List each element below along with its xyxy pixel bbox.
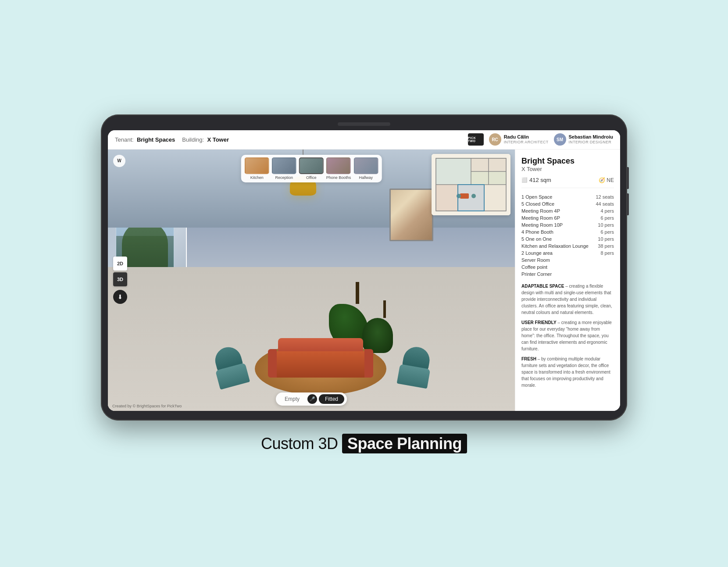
info-panel: Bright Spaces X Tower ⬜ 412 sqm 🧭 NE 1 O… — [515, 150, 620, 411]
space-name: Server Room — [521, 257, 614, 263]
svg-rect-5 — [471, 171, 489, 185]
space-row: 4 Phone Booth6 pers — [521, 228, 614, 235]
room-tab-phone-booths[interactable]: Phone Booths — [326, 157, 351, 180]
tenant-name: Bright Spaces — [137, 136, 175, 143]
space-count: 44 seats — [596, 201, 614, 207]
info-direction: 🧭 NE — [599, 177, 614, 183]
side-button-top — [627, 167, 629, 189]
user-badge-2: SM Sebastian Mindroiu Interior Designer — [554, 133, 613, 146]
room-tab-hallway[interactable]: Hallway — [353, 157, 378, 180]
svg-rect-3 — [471, 158, 489, 171]
nav-3d-button[interactable]: 3D — [113, 272, 127, 286]
chair-right — [393, 348, 438, 389]
description-paragraph: FRESH – by combining multiple modular fu… — [521, 356, 614, 389]
building-label: Building: X Tower — [182, 136, 229, 143]
space-count: 10 pers — [598, 222, 614, 228]
watermark-text: Created by © BrightSpaces for PickTwo — [112, 404, 182, 408]
compass: W — [113, 155, 125, 167]
info-sqm: ⬜ 412 sqm — [521, 177, 551, 183]
space-count: 6 pers — [600, 229, 614, 235]
svg-rect-2 — [436, 158, 471, 185]
space-count: 6 pers — [600, 215, 614, 221]
space-row: Meeting Room 6P6 pers — [521, 214, 614, 221]
space-row: 5 One on One10 pers — [521, 235, 614, 242]
space-name: 4 Phone Booth — [521, 229, 600, 235]
space-row: Meeting Room 10P10 pers — [521, 221, 614, 228]
room-nav-bar: Kitchen Reception Office Phone Boot — [241, 155, 382, 182]
space-row: Kitchen and Relaxation Lounge38 pers — [521, 242, 614, 250]
nav-2d-button[interactable]: 2D — [113, 257, 127, 271]
description-paragraph: USER FRIENDLY – creating a more enjoyabl… — [521, 319, 614, 352]
tablet-device: Tenant: Bright Spaces Building: X Tower … — [101, 114, 627, 421]
download-icon[interactable]: ⬇ — [113, 290, 127, 304]
spaces-table: 1 Open Space12 seats5 Closed Office44 se… — [521, 193, 614, 278]
space-name: Printer Corner — [521, 271, 614, 277]
svg-rect-7 — [436, 185, 458, 211]
sofa-main — [272, 338, 369, 378]
space-row: Coffee point — [521, 264, 614, 271]
toggle-icon: 🎤 — [307, 394, 317, 404]
space-name: 5 Closed Office — [521, 201, 596, 207]
tagline-prefix: Custom 3D — [261, 435, 338, 453]
view-panel: Kitchen Reception Office Phone Boot — [108, 150, 515, 411]
nav-controls: 2D 3D ⬇ — [113, 257, 127, 304]
building-name: X Tower — [207, 136, 229, 143]
space-name: Meeting Room 6P — [521, 215, 600, 221]
room-tab-office[interactable]: Office — [299, 157, 324, 180]
room-tab-kitchen[interactable]: Kitchen — [245, 157, 269, 180]
space-row: Server Room — [521, 257, 614, 264]
toggle-divider: 🎤 — [307, 394, 317, 404]
user-badge-1: RC Radu Călin Interior Architect — [489, 133, 549, 146]
topbar-right: PICK TWO RC Radu Călin Interior Architec… — [468, 133, 613, 146]
svg-point-12 — [471, 194, 476, 198]
space-name: 1 Open Space — [521, 194, 596, 200]
tablet-screen: Tenant: Bright Spaces Building: X Tower … — [108, 130, 620, 411]
space-row: Meeting Room 4P4 pers — [521, 207, 614, 214]
space-count: 4 pers — [600, 208, 614, 214]
info-meta: ⬜ 412 sqm 🧭 NE — [521, 177, 614, 188]
tagline-section: Custom 3D Space Planning — [261, 435, 467, 453]
space-count: 12 seats — [596, 194, 614, 200]
user-info-1: Radu Călin Interior Architect — [504, 134, 549, 145]
plant-left — [376, 300, 393, 353]
svg-rect-9 — [484, 185, 506, 211]
tenant-label: Tenant: Bright Spaces — [115, 136, 175, 143]
space-count: 38 pers — [598, 243, 614, 249]
space-name: Kitchen and Relaxation Lounge — [521, 243, 598, 249]
space-row: 1 Open Space12 seats — [521, 193, 614, 200]
info-subtitle: X Tower — [521, 166, 614, 172]
wall-art — [389, 189, 433, 241]
view-toggle: Empty 🎤 Fitted — [276, 392, 347, 406]
svg-rect-10 — [460, 193, 469, 199]
space-name: Meeting Room 10P — [521, 222, 598, 228]
tagline-highlight: Space Planning — [342, 434, 467, 453]
floorplan-image — [432, 154, 510, 215]
space-count: 8 pers — [600, 250, 614, 256]
user-info-2: Sebastian Mindroiu Interior Designer — [569, 134, 613, 145]
scene-background: Kitchen Reception Office Phone Boot — [108, 150, 515, 411]
floorplan-overlay — [432, 154, 510, 215]
space-name: 2 Lounge area — [521, 250, 600, 256]
space-name: Coffee point — [521, 264, 614, 270]
space-row: 5 Closed Office44 seats — [521, 200, 614, 207]
compass-icon: 🧭 — [599, 177, 605, 183]
svg-rect-6 — [489, 171, 506, 185]
space-count: 10 pers — [598, 236, 614, 242]
description-paragraph: ADAPTABLE SPACE – creating a flexible de… — [521, 283, 614, 316]
room-tab-reception[interactable]: Reception — [272, 157, 296, 180]
side-button-mid — [627, 193, 629, 215]
app-topbar: Tenant: Bright Spaces Building: X Tower … — [108, 130, 620, 150]
space-name: 5 One on One — [521, 236, 598, 242]
app-main: Kitchen Reception Office Phone Boot — [108, 150, 620, 411]
topbar-left: Tenant: Bright Spaces Building: X Tower — [115, 136, 229, 143]
info-title: Bright Spaces — [521, 157, 614, 166]
toggle-fitted[interactable]: Fitted — [319, 394, 344, 404]
description-block: ADAPTABLE SPACE – creating a flexible de… — [521, 283, 614, 389]
svg-rect-4 — [489, 158, 506, 171]
space-row: 2 Lounge area8 pers — [521, 250, 614, 257]
toggle-empty[interactable]: Empty — [278, 394, 306, 404]
space-row: Printer Corner — [521, 271, 614, 278]
user-avatar-2: SM — [554, 133, 566, 146]
user-avatar-1: RC — [489, 133, 501, 146]
picktwo-logo: PICK TWO — [468, 133, 484, 146]
